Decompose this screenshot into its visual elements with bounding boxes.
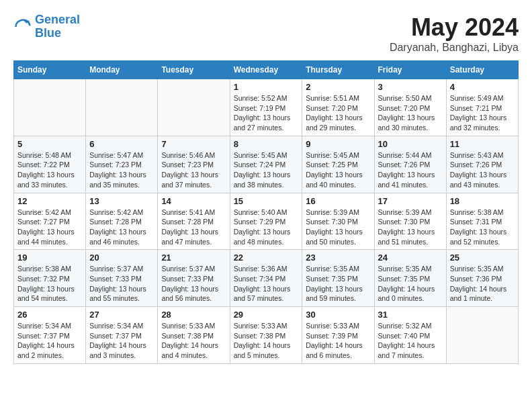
calendar-cell: 30Sunrise: 5:33 AMSunset: 7:39 PMDayligh… <box>302 307 374 364</box>
weekday-header: Wednesday <box>230 61 302 79</box>
day-info: Sunrise: 5:37 AMSunset: 7:33 PMDaylight:… <box>89 264 154 304</box>
calendar-cell: 27Sunrise: 5:34 AMSunset: 7:37 PMDayligh… <box>86 307 158 364</box>
weekday-header: Thursday <box>302 61 374 79</box>
day-number: 9 <box>306 139 370 149</box>
calendar-cell: 16Sunrise: 5:39 AMSunset: 7:30 PMDayligh… <box>302 193 374 250</box>
day-number: 3 <box>378 82 443 92</box>
calendar-cell: 7Sunrise: 5:46 AMSunset: 7:23 PMDaylight… <box>158 136 230 193</box>
day-info: Sunrise: 5:34 AMSunset: 7:37 PMDaylight:… <box>17 321 82 361</box>
day-number: 30 <box>306 310 370 320</box>
day-info: Sunrise: 5:49 AMSunset: 7:21 PMDaylight:… <box>450 93 515 133</box>
calendar-cell: 17Sunrise: 5:39 AMSunset: 7:30 PMDayligh… <box>374 193 446 250</box>
day-number: 4 <box>450 82 515 92</box>
day-info: Sunrise: 5:37 AMSunset: 7:33 PMDaylight:… <box>161 264 226 304</box>
calendar-cell: 23Sunrise: 5:35 AMSunset: 7:35 PMDayligh… <box>302 250 374 307</box>
calendar-cell: 12Sunrise: 5:42 AMSunset: 7:27 PMDayligh… <box>14 193 86 250</box>
day-info: Sunrise: 5:52 AMSunset: 7:19 PMDaylight:… <box>234 93 299 133</box>
calendar-week-row: 5Sunrise: 5:48 AMSunset: 7:22 PMDaylight… <box>14 136 519 193</box>
calendar-cell: 4Sunrise: 5:49 AMSunset: 7:21 PMDaylight… <box>446 79 518 136</box>
day-info: Sunrise: 5:32 AMSunset: 7:40 PMDaylight:… <box>378 321 443 361</box>
day-number: 23 <box>306 253 370 263</box>
day-info: Sunrise: 5:33 AMSunset: 7:38 PMDaylight:… <box>161 321 226 361</box>
day-info: Sunrise: 5:51 AMSunset: 7:20 PMDaylight:… <box>306 93 370 133</box>
day-info: Sunrise: 5:34 AMSunset: 7:37 PMDaylight:… <box>89 321 154 361</box>
weekday-header: Sunday <box>14 61 86 79</box>
day-info: Sunrise: 5:40 AMSunset: 7:29 PMDaylight:… <box>234 208 299 247</box>
day-number: 6 <box>89 139 154 149</box>
day-number: 1 <box>234 82 299 92</box>
day-number: 24 <box>378 253 443 263</box>
calendar-cell: 3Sunrise: 5:50 AMSunset: 7:20 PMDaylight… <box>374 79 446 136</box>
calendar-cell: 9Sunrise: 5:45 AMSunset: 7:25 PMDaylight… <box>302 136 374 193</box>
calendar-cell: 29Sunrise: 5:33 AMSunset: 7:38 PMDayligh… <box>230 307 302 364</box>
calendar-week-row: 19Sunrise: 5:38 AMSunset: 7:32 PMDayligh… <box>14 250 519 307</box>
day-number: 7 <box>161 139 226 149</box>
day-number: 19 <box>17 253 82 263</box>
weekday-header: Friday <box>374 61 446 79</box>
day-number: 27 <box>89 310 154 320</box>
day-info: Sunrise: 5:44 AMSunset: 7:26 PMDaylight:… <box>378 150 443 190</box>
day-number: 31 <box>378 310 443 320</box>
calendar-cell: 26Sunrise: 5:34 AMSunset: 7:37 PMDayligh… <box>14 307 86 364</box>
logo-icon <box>13 17 32 36</box>
calendar-cell: 2Sunrise: 5:51 AMSunset: 7:20 PMDaylight… <box>302 79 374 136</box>
day-info: Sunrise: 5:48 AMSunset: 7:22 PMDaylight:… <box>17 150 82 190</box>
day-info: Sunrise: 5:33 AMSunset: 7:39 PMDaylight:… <box>306 321 370 361</box>
calendar-cell: 6Sunrise: 5:47 AMSunset: 7:23 PMDaylight… <box>86 136 158 193</box>
calendar-cell: 18Sunrise: 5:38 AMSunset: 7:31 PMDayligh… <box>446 193 518 250</box>
day-info: Sunrise: 5:42 AMSunset: 7:28 PMDaylight:… <box>89 208 154 247</box>
calendar-cell: 15Sunrise: 5:40 AMSunset: 7:29 PMDayligh… <box>230 193 302 250</box>
day-number: 15 <box>234 196 299 206</box>
day-number: 12 <box>17 196 82 206</box>
day-info: Sunrise: 5:45 AMSunset: 7:24 PMDaylight:… <box>234 150 299 190</box>
calendar-cell: 21Sunrise: 5:37 AMSunset: 7:33 PMDayligh… <box>158 250 230 307</box>
calendar-cell: 25Sunrise: 5:35 AMSunset: 7:36 PMDayligh… <box>446 250 518 307</box>
day-info: Sunrise: 5:50 AMSunset: 7:20 PMDaylight:… <box>378 93 443 133</box>
day-number: 5 <box>17 139 82 149</box>
day-number: 25 <box>450 253 515 263</box>
day-info: Sunrise: 5:45 AMSunset: 7:25 PMDaylight:… <box>306 150 370 190</box>
location-title: Daryanah, Banghazi, Libya <box>390 42 519 54</box>
calendar-cell: 5Sunrise: 5:48 AMSunset: 7:22 PMDaylight… <box>14 136 86 193</box>
calendar-cell: 20Sunrise: 5:37 AMSunset: 7:33 PMDayligh… <box>86 250 158 307</box>
day-number: 11 <box>450 139 515 149</box>
calendar-cell: 24Sunrise: 5:35 AMSunset: 7:35 PMDayligh… <box>374 250 446 307</box>
day-info: Sunrise: 5:33 AMSunset: 7:38 PMDaylight:… <box>234 321 299 361</box>
day-info: Sunrise: 5:35 AMSunset: 7:36 PMDaylight:… <box>450 264 515 304</box>
day-number: 22 <box>234 253 299 263</box>
day-number: 20 <box>89 253 154 263</box>
calendar-table: SundayMondayTuesdayWednesdayThursdayFrid… <box>13 60 519 364</box>
calendar-cell: 28Sunrise: 5:33 AMSunset: 7:38 PMDayligh… <box>158 307 230 364</box>
calendar-cell <box>86 79 158 136</box>
day-info: Sunrise: 5:39 AMSunset: 7:30 PMDaylight:… <box>378 208 443 247</box>
calendar-cell <box>158 79 230 136</box>
calendar-cell: 10Sunrise: 5:44 AMSunset: 7:26 PMDayligh… <box>374 136 446 193</box>
day-info: Sunrise: 5:38 AMSunset: 7:31 PMDaylight:… <box>450 208 515 247</box>
day-info: Sunrise: 5:41 AMSunset: 7:28 PMDaylight:… <box>161 208 226 247</box>
day-info: Sunrise: 5:47 AMSunset: 7:23 PMDaylight:… <box>89 150 154 190</box>
calendar-cell: 14Sunrise: 5:41 AMSunset: 7:28 PMDayligh… <box>158 193 230 250</box>
title-block: May 2024 Daryanah, Banghazi, Libya <box>390 13 519 54</box>
calendar-cell: 1Sunrise: 5:52 AMSunset: 7:19 PMDaylight… <box>230 79 302 136</box>
logo: General Blue <box>13 13 80 40</box>
page-header: General Blue May 2024 Daryanah, Banghazi… <box>13 13 519 54</box>
calendar-header-row: SundayMondayTuesdayWednesdayThursdayFrid… <box>14 61 519 79</box>
day-number: 14 <box>161 196 226 206</box>
day-info: Sunrise: 5:35 AMSunset: 7:35 PMDaylight:… <box>378 264 443 304</box>
calendar-week-row: 26Sunrise: 5:34 AMSunset: 7:37 PMDayligh… <box>14 307 519 364</box>
calendar-week-row: 1Sunrise: 5:52 AMSunset: 7:19 PMDaylight… <box>14 79 519 136</box>
calendar-cell: 8Sunrise: 5:45 AMSunset: 7:24 PMDaylight… <box>230 136 302 193</box>
day-number: 13 <box>89 196 154 206</box>
day-info: Sunrise: 5:38 AMSunset: 7:32 PMDaylight:… <box>17 264 82 304</box>
day-info: Sunrise: 5:43 AMSunset: 7:26 PMDaylight:… <box>450 150 515 190</box>
calendar-cell <box>14 79 86 136</box>
day-info: Sunrise: 5:42 AMSunset: 7:27 PMDaylight:… <box>17 208 82 247</box>
calendar-cell: 31Sunrise: 5:32 AMSunset: 7:40 PMDayligh… <box>374 307 446 364</box>
calendar-cell: 22Sunrise: 5:36 AMSunset: 7:34 PMDayligh… <box>230 250 302 307</box>
calendar-cell: 13Sunrise: 5:42 AMSunset: 7:28 PMDayligh… <box>86 193 158 250</box>
day-number: 10 <box>378 139 443 149</box>
day-number: 2 <box>306 82 370 92</box>
day-info: Sunrise: 5:46 AMSunset: 7:23 PMDaylight:… <box>161 150 226 190</box>
calendar-cell <box>446 307 518 364</box>
weekday-header: Monday <box>86 61 158 79</box>
